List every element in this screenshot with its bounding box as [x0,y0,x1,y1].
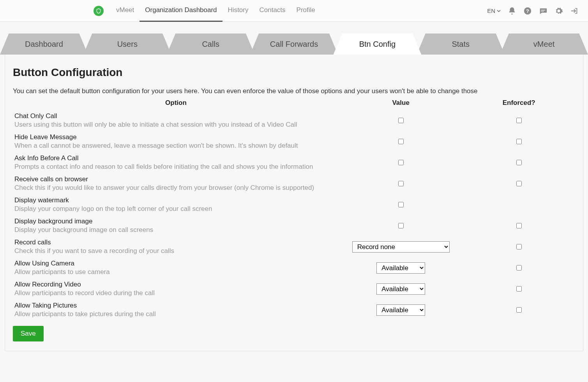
table-row: Chat Only CallUsers using this button wi… [13,110,575,131]
enforced-checkbox[interactable] [516,160,522,165]
option-cell: Chat Only CallUsers using this button wi… [13,110,339,131]
enforced-cell [463,131,575,152]
col-enforced: Enforced? [463,97,575,110]
value-cell [339,131,463,152]
nav-item-contacts[interactable]: Contacts [254,0,291,22]
page-title: Button Configuration [13,66,575,79]
record-select[interactable]: Record none [352,241,450,253]
enforced-cell [463,236,575,257]
enforced-cell [463,110,575,131]
value-cell [339,215,463,236]
value-checkbox[interactable] [398,118,404,123]
language-selector[interactable]: EN [487,7,501,14]
option-title: Allow Taking Pictures [14,302,337,309]
table-row: Allow Recording VideoAllow participants … [13,278,575,299]
config-table: Option Value Enforced? Chat Only CallUse… [13,97,575,320]
value-cell [339,173,463,194]
gear-icon[interactable] [554,7,563,15]
top-bar: vMeetOrganization DashboardHistoryContac… [0,0,588,22]
value-cell [339,110,463,131]
option-cell: Display watermarkDisplay your company lo… [13,194,339,215]
nav-item-profile[interactable]: Profile [291,0,321,22]
tab-btn-config[interactable]: Btn Config [333,34,421,55]
enforced-checkbox[interactable] [516,307,522,313]
available-select[interactable]: Available [376,283,425,295]
option-cell: Display background imageDisplay your bac… [13,215,339,236]
value-checkbox[interactable] [398,202,404,207]
option-desc: Display your company logo on the top lef… [14,205,337,213]
option-desc: Check this if you would like to answer y… [14,184,337,192]
top-right-actions: EN ? [487,7,579,15]
enforced-cell [463,173,575,194]
option-cell: Ask Info Before A CallPrompts a contact … [13,152,339,173]
enforced-cell [463,152,575,173]
enforced-checkbox[interactable] [516,244,522,249]
available-select[interactable]: Available [376,304,425,316]
table-row: Allow Using CameraAllow participants to … [13,257,575,278]
value-cell: Available [339,299,463,320]
enforced-checkbox[interactable] [516,181,522,186]
enforced-checkbox[interactable] [516,139,522,144]
svg-text:?: ? [526,8,529,14]
chevron-down-icon [497,9,501,13]
brand-logo[interactable] [94,6,104,16]
option-desc: When a call cannot be answered, leave a … [14,142,337,150]
option-cell: Record callsCheck this if you want to sa… [13,236,339,257]
enforced-cell [463,194,575,215]
logout-icon[interactable] [570,7,579,15]
tabs-container: DashboardUsersCallsCall ForwardsBtn Conf… [0,22,588,351]
nav-item-vmeet[interactable]: vMeet [111,0,139,22]
tab-calls[interactable]: Calls [167,34,255,55]
option-cell: Hide Leave MessageWhen a call cannot be … [13,131,339,152]
tab-call-forwards[interactable]: Call Forwards [250,34,338,55]
table-row: Ask Info Before A CallPrompts a contact … [13,152,575,173]
value-cell [339,194,463,215]
table-row: Receive calls on browserCheck this if yo… [13,173,575,194]
enforced-cell [463,257,575,278]
value-cell: Record none [339,236,463,257]
chat-icon[interactable] [539,7,547,15]
table-row: Hide Leave MessageWhen a call cannot be … [13,131,575,152]
value-checkbox[interactable] [398,160,404,165]
enforced-checkbox[interactable] [516,286,522,292]
enforced-checkbox[interactable] [516,265,522,271]
option-desc: Users using this button will only be abl… [14,121,337,129]
option-title: Receive calls on browser [14,175,337,183]
enforced-cell [463,278,575,299]
col-value: Value [339,97,463,110]
nav-item-organization-dashboard[interactable]: Organization Dashboard [139,0,222,22]
col-option: Option [13,97,339,110]
available-select[interactable]: Available [376,262,425,274]
logo-icon [95,8,102,14]
language-label: EN [487,7,495,14]
tab-stats[interactable]: Stats [417,34,505,55]
tab-dashboard[interactable]: Dashboard [0,34,88,55]
option-cell: Receive calls on browserCheck this if yo… [13,173,339,194]
nav-item-history[interactable]: History [222,0,254,22]
enforced-cell [463,215,575,236]
config-panel: Button Configuration You can set the def… [5,55,583,351]
svg-rect-3 [541,11,544,11]
table-row: Display background imageDisplay your bac… [13,215,575,236]
bell-icon[interactable] [508,7,516,15]
option-desc: Check this if you want to save a recordi… [14,247,337,255]
tab-users[interactable]: Users [83,34,171,55]
help-icon[interactable]: ? [523,7,532,15]
option-desc: Allow participants to take pictures duri… [14,310,337,318]
option-title: Allow Using Camera [14,260,337,267]
option-title: Ask Info Before A Call [14,154,337,162]
table-row: Display watermarkDisplay your company lo… [13,194,575,215]
option-desc: Display your background image on call sc… [14,226,337,234]
enforced-checkbox[interactable] [516,223,522,228]
tab-vmeet[interactable]: vMeet [500,34,588,55]
option-cell: Allow Using CameraAllow participants to … [13,257,339,278]
value-checkbox[interactable] [398,139,404,144]
option-desc: Allow participants to use camera [14,268,337,276]
value-checkbox[interactable] [398,223,404,228]
option-cell: Allow Recording VideoAllow participants … [13,278,339,299]
value-checkbox[interactable] [398,181,404,186]
enforced-checkbox[interactable] [516,118,522,123]
option-desc: Allow participants to record video durin… [14,289,337,297]
save-button[interactable]: Save [13,326,44,341]
option-title: Allow Recording Video [14,281,337,288]
